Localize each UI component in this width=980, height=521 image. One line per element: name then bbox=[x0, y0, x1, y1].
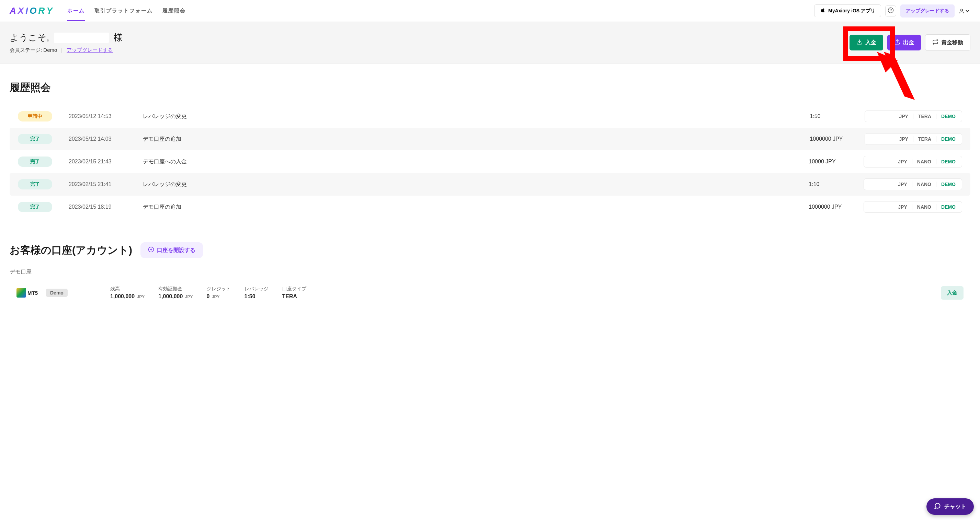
account-id-redacted bbox=[869, 159, 889, 165]
upload-icon bbox=[894, 39, 900, 46]
account-tag: TERA bbox=[917, 136, 932, 142]
currency-tag: JPY bbox=[897, 159, 908, 164]
status-badge: 完了 bbox=[18, 134, 52, 144]
stat-value: 0 JPY bbox=[207, 294, 231, 300]
history-action: デモ口座への入金 bbox=[143, 158, 809, 165]
history-date: 2023/02/15 21:43 bbox=[69, 159, 130, 165]
apple-icon bbox=[820, 8, 826, 14]
account-stat: 残高 1,000,000 JPY bbox=[110, 286, 145, 300]
currency-tag: JPY bbox=[897, 114, 909, 119]
history-row[interactable]: 申請中 2023/05/12 14:53 レバレッジの変更 1:50 JPY T… bbox=[10, 105, 970, 128]
account-stat: 口座タイプ TERA bbox=[282, 286, 306, 300]
history-action: デモ口座の追加 bbox=[143, 135, 810, 143]
status-badge: 完了 bbox=[18, 179, 52, 189]
history-value: 1:10 bbox=[809, 181, 864, 187]
history-tags: JPY TERA DEMO bbox=[865, 111, 962, 122]
account-id-redacted bbox=[869, 181, 889, 187]
ios-app-label: MyAxiory iOS アプリ bbox=[828, 8, 875, 14]
mode-tag: DEMO bbox=[940, 114, 957, 119]
stat-value: TERA bbox=[282, 294, 306, 300]
member-stage: 会員ステージ: Demo | アップグレードする bbox=[10, 47, 850, 54]
stat-label: 有効証拠金 bbox=[158, 286, 192, 292]
header: AXIORY ホーム 取引プラットフォーム 履歴照会 MyAxiory iOS … bbox=[0, 0, 980, 22]
status-badge: 完了 bbox=[18, 202, 52, 212]
ios-app-button[interactable]: MyAxiory iOS アプリ bbox=[814, 5, 881, 17]
nav-platform[interactable]: 取引プラットフォーム bbox=[94, 1, 153, 21]
plus-circle-icon bbox=[148, 246, 154, 254]
history-action: レバレッジの変更 bbox=[143, 113, 810, 120]
platform-label: MT5 bbox=[27, 290, 38, 296]
currency-tag: JPY bbox=[897, 181, 908, 187]
history-date: 2023/02/15 18:19 bbox=[69, 204, 130, 210]
mode-tag: DEMO bbox=[940, 136, 957, 142]
history-value: 10000 JPY bbox=[809, 159, 864, 165]
welcome-suffix: 様 bbox=[114, 32, 123, 44]
stage-value: Demo bbox=[43, 47, 57, 53]
currency-tag: JPY bbox=[897, 204, 908, 210]
open-account-button[interactable]: 口座を開設する bbox=[140, 242, 203, 258]
currency-tag: JPY bbox=[897, 136, 909, 142]
mode-tag: DEMO bbox=[940, 181, 957, 187]
account-stat: 有効証拠金 1,000,000 JPY bbox=[158, 286, 192, 300]
header-right: MyAxiory iOS アプリ アップグレードする bbox=[814, 5, 970, 17]
transfer-label: 資金移動 bbox=[941, 39, 963, 46]
account-tag: TERA bbox=[917, 114, 932, 119]
history-value: 1000000 JPY bbox=[809, 204, 864, 210]
account-stats: 残高 1,000,000 JPY 有効証拠金 1,000,000 JPY クレジ… bbox=[110, 286, 306, 300]
stat-label: クレジット bbox=[207, 286, 231, 292]
mt5-badge: MT5 bbox=[16, 288, 38, 297]
demo-chip: Demo bbox=[46, 289, 68, 297]
mode-tag: DEMO bbox=[940, 159, 957, 164]
welcome-title: ようこそ, 様 bbox=[10, 32, 850, 44]
history-list: 申請中 2023/05/12 14:53 レバレッジの変更 1:50 JPY T… bbox=[10, 105, 970, 218]
transfer-button[interactable]: 資金移動 bbox=[925, 34, 970, 51]
help-icon bbox=[888, 7, 894, 14]
nav-history[interactable]: 履歴照会 bbox=[162, 1, 186, 21]
history-row[interactable]: 完了 2023/02/15 18:19 デモ口座の追加 1000000 JPY … bbox=[10, 195, 970, 218]
user-name-redacted bbox=[54, 33, 109, 43]
status-badge: 申請中 bbox=[18, 111, 52, 121]
deposit-button[interactable]: 入金 bbox=[850, 35, 883, 51]
account-row: MT5 Demo 残高 1,000,000 JPY 有効証拠金 1,000,00… bbox=[10, 282, 970, 304]
svg-point-2 bbox=[961, 9, 963, 11]
account-stat: クレジット 0 JPY bbox=[207, 286, 231, 300]
account-tag: NANO bbox=[916, 204, 932, 210]
history-row[interactable]: 完了 2023/02/15 21:43 デモ口座への入金 10000 JPY J… bbox=[10, 150, 970, 173]
logo[interactable]: AXIORY bbox=[10, 5, 54, 16]
withdraw-button[interactable]: 出金 bbox=[887, 35, 921, 51]
help-button[interactable] bbox=[885, 5, 896, 16]
stat-value: 1,000,000 JPY bbox=[158, 294, 192, 300]
user-menu[interactable] bbox=[959, 5, 970, 17]
upgrade-link[interactable]: アップグレードする bbox=[67, 47, 113, 54]
stat-value: 1,000,000 JPY bbox=[110, 294, 145, 300]
history-row[interactable]: 完了 2023/02/15 21:41 レバレッジの変更 1:10 JPY NA… bbox=[10, 173, 970, 195]
history-tags: JPY TERA DEMO bbox=[865, 133, 962, 145]
account-deposit-button[interactable]: 入金 bbox=[941, 286, 964, 300]
open-account-label: 口座を開設する bbox=[157, 247, 196, 254]
nav: ホーム 取引プラットフォーム 履歴照会 bbox=[67, 1, 186, 21]
history-date: 2023/05/12 14:03 bbox=[69, 136, 130, 142]
account-id-redacted bbox=[870, 136, 890, 142]
transfer-icon bbox=[932, 39, 939, 46]
welcome-actions: 入金 出金 資金移動 bbox=[850, 34, 970, 51]
history-date: 2023/02/15 21:41 bbox=[69, 181, 130, 187]
mode-tag: DEMO bbox=[940, 204, 957, 210]
accounts-title: お客様の口座(アカウント) bbox=[10, 243, 132, 257]
main-content: 履歴照会 申請中 2023/05/12 14:53 レバレッジの変更 1:50 … bbox=[0, 64, 980, 314]
account-tag: NANO bbox=[916, 159, 932, 164]
welcome-prefix: ようこそ, bbox=[10, 32, 49, 44]
account-type-label: デモ口座 bbox=[10, 268, 970, 276]
upgrade-button[interactable]: アップグレードする bbox=[900, 5, 955, 17]
account-stat: レバレッジ 1:50 bbox=[245, 286, 269, 300]
history-row[interactable]: 完了 2023/05/12 14:03 デモ口座の追加 1000000 JPY … bbox=[10, 128, 970, 150]
deposit-label: 入金 bbox=[865, 39, 876, 46]
account-id-redacted bbox=[870, 113, 890, 119]
history-date: 2023/05/12 14:53 bbox=[69, 113, 130, 119]
download-icon bbox=[856, 39, 862, 46]
account-id-redacted bbox=[869, 204, 889, 210]
welcome-bar: ようこそ, 様 会員ステージ: Demo | アップグレードする 入金 出金 資… bbox=[0, 22, 980, 64]
nav-home[interactable]: ホーム bbox=[67, 1, 85, 21]
history-tags: JPY NANO DEMO bbox=[864, 156, 962, 167]
stat-value: 1:50 bbox=[245, 294, 269, 300]
history-tags: JPY NANO DEMO bbox=[864, 178, 962, 190]
